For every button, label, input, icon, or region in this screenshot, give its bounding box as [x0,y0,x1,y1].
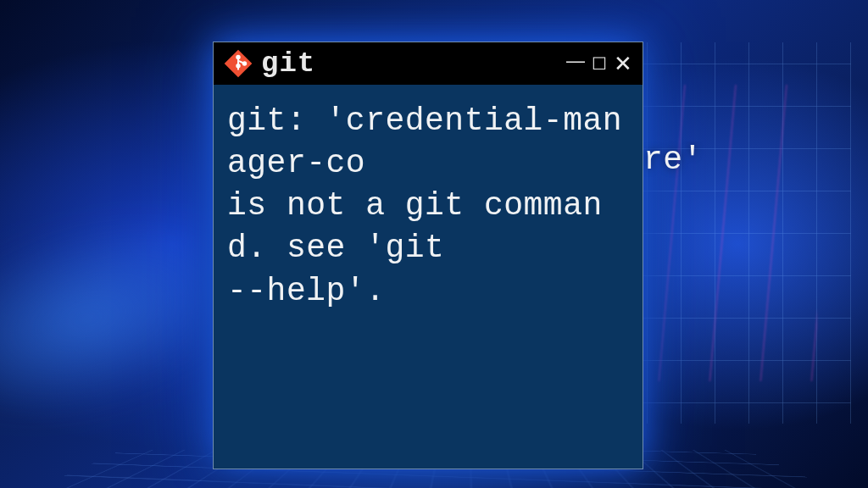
titlebar[interactable]: git — ☐ ✕ [214,42,643,85]
terminal-output: git: 'credential-manager-co is not a git… [227,100,629,313]
terminal-window: git — ☐ ✕ git: 'credential-manager-co is… [213,42,643,469]
close-button[interactable]: ✕ [614,53,632,75]
overflow-text: re' [643,141,868,178]
maximize-button[interactable]: ☐ [592,55,607,72]
terminal-body[interactable]: git: 'credential-manager-co is not a git… [214,85,643,469]
git-icon [224,49,253,78]
window-title: git [261,47,558,80]
minimize-button[interactable]: — [566,52,585,70]
window-controls: — ☐ ✕ [566,53,632,75]
